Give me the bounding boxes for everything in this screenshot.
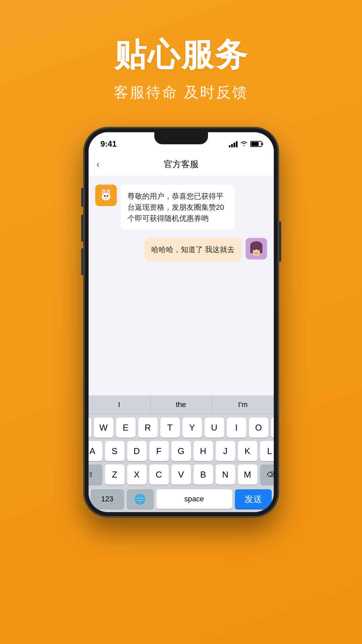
key-O[interactable]: O bbox=[249, 417, 268, 438]
backspace-key[interactable]: ⌫ bbox=[260, 464, 274, 485]
shift-key[interactable]: ⇧ bbox=[89, 464, 102, 485]
page-title: 官方客服 bbox=[164, 158, 199, 170]
avatar-user bbox=[246, 238, 267, 259]
svg-point-8 bbox=[105, 197, 106, 198]
chat-area: 尊敬的用户，恭喜您已获得平台返现资格，发朋友圈集赞20个即可获得随机优惠券哟 bbox=[89, 177, 274, 405]
key-V[interactable]: V bbox=[171, 464, 191, 485]
volume-down-button bbox=[81, 215, 83, 242]
battery-icon bbox=[250, 141, 262, 147]
keyboard-row-1: Q W E R T Y U I O P bbox=[91, 417, 272, 438]
key-M[interactable]: M bbox=[238, 464, 257, 485]
key-W[interactable]: W bbox=[94, 417, 113, 438]
svg-rect-12 bbox=[250, 245, 253, 253]
back-button[interactable]: ‹ bbox=[97, 159, 100, 170]
keyboard-row-3: ⇧ Z X C V B N M ⌫ bbox=[91, 464, 272, 485]
key-E[interactable]: E bbox=[116, 417, 136, 438]
key-D[interactable]: D bbox=[127, 441, 147, 461]
key-G[interactable]: G bbox=[171, 441, 191, 461]
key-A[interactable]: A bbox=[89, 441, 102, 461]
keyboard-emoji-key[interactable]: 🌐 bbox=[127, 489, 154, 509]
nav-bar: ‹ 官方客服 bbox=[89, 152, 274, 177]
key-B[interactable]: B bbox=[194, 464, 213, 485]
keyboard-bottom-row: 123 🌐 space 发送 bbox=[89, 489, 274, 512]
keyboard: I the I'm Q W E R T Y U I O P bbox=[89, 395, 274, 512]
bubble-received: 尊敬的用户，恭喜您已获得平台返现资格，发朋友圈集赞20个即可获得随机优惠券哟 bbox=[121, 185, 235, 230]
phone-mockup: 9:41 bbox=[84, 128, 278, 517]
key-K[interactable]: K bbox=[238, 441, 257, 461]
signal-icon bbox=[229, 141, 238, 147]
key-I[interactable]: I bbox=[227, 417, 246, 438]
key-Q[interactable]: Q bbox=[89, 417, 91, 438]
phone-screen: 9:41 bbox=[89, 132, 274, 512]
svg-point-15 bbox=[257, 249, 259, 250]
volume-up-button bbox=[81, 188, 83, 207]
hero-subtitle: 客服待命 及时反馈 bbox=[0, 83, 362, 102]
key-C[interactable]: C bbox=[149, 464, 169, 485]
power-button bbox=[279, 221, 281, 262]
key-U[interactable]: U bbox=[205, 417, 224, 438]
key-P[interactable]: P bbox=[271, 417, 274, 438]
keyboard-suggestions: I the I'm bbox=[89, 395, 274, 414]
key-S[interactable]: S bbox=[105, 441, 124, 461]
message-row-received: 尊敬的用户，恭喜您已获得平台返现资格，发朋友圈集赞20个即可获得随机优惠券哟 bbox=[95, 185, 267, 230]
suggestion-I[interactable]: I bbox=[89, 395, 150, 414]
svg-point-5 bbox=[107, 190, 109, 194]
svg-point-6 bbox=[104, 195, 105, 197]
key-T[interactable]: T bbox=[160, 417, 180, 438]
wifi-icon bbox=[240, 140, 248, 148]
space-key[interactable]: space bbox=[156, 489, 232, 509]
key-Y[interactable]: Y bbox=[183, 417, 202, 438]
svg-rect-13 bbox=[260, 245, 262, 253]
silent-button bbox=[81, 248, 83, 275]
key-H[interactable]: H bbox=[194, 441, 213, 461]
key-J[interactable]: J bbox=[216, 441, 235, 461]
numbers-key[interactable]: 123 bbox=[91, 489, 124, 509]
key-F[interactable]: F bbox=[149, 441, 169, 461]
svg-point-7 bbox=[106, 195, 108, 197]
key-Z[interactable]: Z bbox=[105, 464, 124, 485]
key-X[interactable]: X bbox=[127, 464, 147, 485]
key-R[interactable]: R bbox=[138, 417, 158, 438]
svg-point-4 bbox=[103, 190, 104, 194]
key-L[interactable]: L bbox=[260, 441, 274, 461]
bubble-sent: 哈哈哈，知道了 我这就去 bbox=[145, 238, 241, 261]
svg-point-14 bbox=[253, 249, 255, 250]
avatar-rabbit bbox=[95, 185, 117, 206]
keyboard-row-2: A S D F G H J K L bbox=[91, 441, 272, 461]
hero-title: 贴心服务 bbox=[0, 34, 362, 77]
hero-section: 贴心服务 客服待命 及时反馈 bbox=[0, 34, 362, 102]
status-icons bbox=[229, 140, 262, 148]
message-text-sent: 哈哈哈，知道了 我这就去 bbox=[151, 245, 235, 254]
suggestion-the[interactable]: the bbox=[150, 395, 212, 414]
message-row-sent: 哈哈哈，知道了 我这就去 bbox=[95, 238, 267, 261]
notch bbox=[154, 132, 208, 144]
status-time: 9:41 bbox=[101, 139, 117, 149]
send-key[interactable]: 发送 bbox=[235, 489, 272, 509]
key-N[interactable]: N bbox=[216, 464, 235, 485]
message-text-received: 尊敬的用户，恭喜您已获得平台返现资格，发朋友圈集赞20个即可获得随机优惠券哟 bbox=[127, 192, 224, 222]
keyboard-rows: Q W E R T Y U I O P A S D F G bbox=[89, 414, 274, 489]
suggestion-im[interactable]: I'm bbox=[212, 395, 273, 414]
